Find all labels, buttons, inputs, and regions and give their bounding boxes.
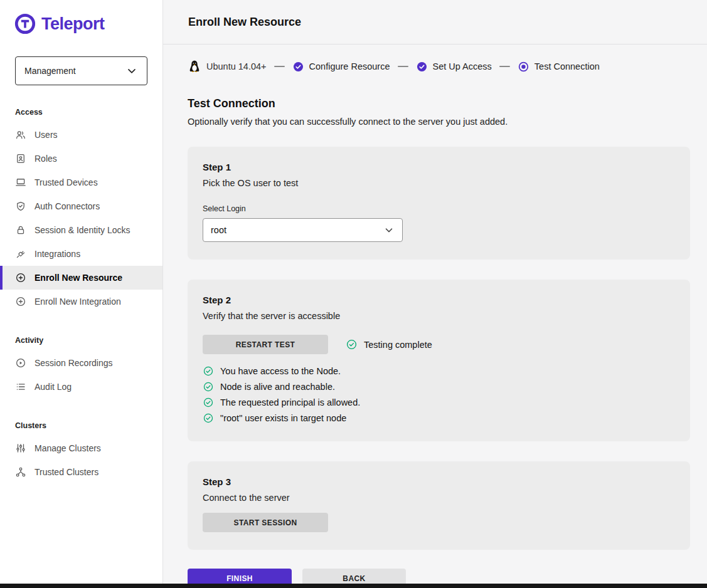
step1-title: Step 1 (203, 162, 675, 172)
test-row: RESTART TEST Testing complete (203, 335, 675, 354)
success-check-icon (203, 381, 214, 392)
stepper-connector (274, 66, 285, 67)
check-item-label: "root" user exists in target node (220, 413, 346, 423)
linux-penguin-icon (188, 60, 201, 73)
chevron-down-icon (125, 65, 138, 77)
teleport-app: Teleport Management Access Users Roles T… (0, 0, 707, 588)
sidebar-item-session-identity-locks[interactable]: Session & Identity Locks (0, 218, 162, 242)
step-complete-icon (292, 61, 304, 73)
sliders-icon (15, 443, 26, 454)
users-icon (15, 129, 26, 140)
plus-circle-icon (15, 272, 26, 283)
plug-icon (15, 248, 26, 260)
check-item: "root" user exists in target node (203, 412, 675, 424)
sidebar-item-auth-connectors[interactable]: Auth Connectors (0, 194, 162, 218)
restart-test-button[interactable]: RESTART TEST (203, 335, 328, 354)
content-title: Test Connection (188, 97, 690, 110)
sidebar-item-roles[interactable]: Roles (0, 147, 162, 171)
workspace-select-value: Management (24, 66, 76, 76)
sidebar-item-users[interactable]: Users (0, 123, 162, 147)
sidebar-item-integrations[interactable]: Integrations (0, 242, 162, 266)
stepper-step-configure-resource: Configure Resource (292, 61, 390, 73)
sidebar-item-session-recordings[interactable]: Session Recordings (0, 351, 162, 375)
stepper-resource: Ubuntu 14.04+ (188, 60, 267, 73)
main-panel: Enroll New Resource Ubuntu 14.04+ (163, 0, 707, 588)
sidebar-item-audit-log[interactable]: Audit Log (0, 375, 162, 399)
workspace-select[interactable]: Management (15, 56, 147, 85)
sidebar-item-label: Audit Log (35, 382, 72, 392)
stepper-connector (398, 66, 408, 67)
list-icon (15, 381, 26, 392)
check-item: You have access to the Node. (203, 365, 675, 377)
sidebar-item-trusted-devices[interactable]: Trusted Devices (0, 171, 162, 194)
stepper-connector (499, 66, 510, 67)
sidebar-item-label: Auth Connectors (35, 201, 100, 211)
sidebar-item-label: Integrations (35, 249, 80, 259)
sidebar-item-label: Manage Clusters (35, 443, 101, 453)
step3-title: Step 3 (203, 476, 675, 487)
sidebar-item-enroll-new-resource[interactable]: Enroll New Resource (0, 266, 162, 290)
chevron-down-icon (383, 224, 395, 236)
brand-name: Teleport (41, 14, 105, 34)
select-login-label: Select Login (203, 204, 675, 213)
sidebar-item-manage-clusters[interactable]: Manage Clusters (0, 436, 162, 460)
network-icon (15, 466, 26, 478)
step1-card: Step 1 Pick the OS user to test Select L… (188, 147, 690, 260)
success-check-icon (346, 339, 358, 350)
select-login-value: root (211, 225, 226, 235)
step1-description: Pick the OS user to test (203, 178, 675, 188)
stepper-step-label: Test Connection (534, 61, 600, 71)
plus-circle-icon (15, 296, 26, 307)
stepper-step-set-up-access: Set Up Access (416, 61, 492, 73)
check-item-label: You have access to the Node. (220, 366, 341, 376)
stepper: Ubuntu 14.04+ Configure Resource (188, 60, 690, 73)
select-login-dropdown[interactable]: root (203, 218, 403, 242)
bottom-edge (0, 584, 707, 588)
check-item: The requested principal is allowed. (203, 397, 675, 408)
sidebar-item-label: Session & Identity Locks (35, 225, 130, 235)
sidebar-item-label: Trusted Devices (35, 177, 98, 187)
step2-description: Verify that the server is accessible (203, 311, 675, 321)
content-subtitle: Optionally verify that you can successfu… (188, 117, 690, 127)
sidebar-item-label: Session Recordings (35, 358, 113, 368)
check-item-label: The requested principal is allowed. (220, 397, 360, 407)
teleport-logo-icon (14, 13, 36, 35)
sidebar-section-access: Access (0, 85, 162, 123)
start-session-button[interactable]: START SESSION (203, 513, 328, 532)
roles-icon (15, 153, 26, 164)
step2-title: Step 2 (203, 295, 675, 305)
stepper-step-label: Configure Resource (309, 61, 390, 71)
sidebar-item-label: Users (35, 130, 58, 140)
lock-icon (15, 224, 26, 236)
check-item-label: Node is alive and reachable. (220, 382, 335, 392)
stepper-resource-label: Ubuntu 14.04+ (206, 61, 267, 71)
check-list: You have access to the Node. Node is ali… (203, 365, 675, 424)
main-header: Enroll New Resource (163, 0, 707, 45)
success-check-icon (203, 365, 214, 377)
play-circle-icon (15, 357, 26, 369)
main-body: Ubuntu 14.04+ Configure Resource (163, 45, 707, 588)
sidebar-item-enroll-new-integration[interactable]: Enroll New Integration (0, 290, 162, 313)
shield-icon (15, 201, 26, 212)
sidebar-item-label: Enroll New Resource (35, 273, 122, 283)
sidebar-item-label: Enroll New Integration (35, 297, 121, 307)
sidebar-item-label: Roles (35, 154, 57, 164)
sidebar-item-trusted-clusters[interactable]: Trusted Clusters (0, 460, 162, 484)
test-status-label: Testing complete (364, 340, 432, 350)
sidebar: Teleport Management Access Users Roles T… (0, 0, 163, 588)
success-check-icon (203, 397, 214, 408)
laptop-icon (15, 177, 26, 188)
page-title: Enroll New Resource (188, 16, 301, 29)
check-item: Node is alive and reachable. (203, 381, 675, 392)
sidebar-section-activity: Activity (0, 313, 162, 351)
test-status: Testing complete (346, 339, 432, 350)
step3-description: Connect to the server (203, 493, 675, 503)
sidebar-section-clusters: Clusters (0, 399, 162, 436)
sidebar-item-label: Trusted Clusters (35, 467, 98, 477)
teleport-logo[interactable]: Teleport (0, 0, 162, 35)
step3-card: Step 3 Connect to the server START SESSI… (188, 461, 690, 550)
stepper-step-test-connection: Test Connection (518, 61, 600, 73)
step-current-icon (518, 61, 529, 73)
step-complete-icon (416, 61, 428, 73)
step2-card: Step 2 Verify that the server is accessi… (188, 280, 690, 441)
